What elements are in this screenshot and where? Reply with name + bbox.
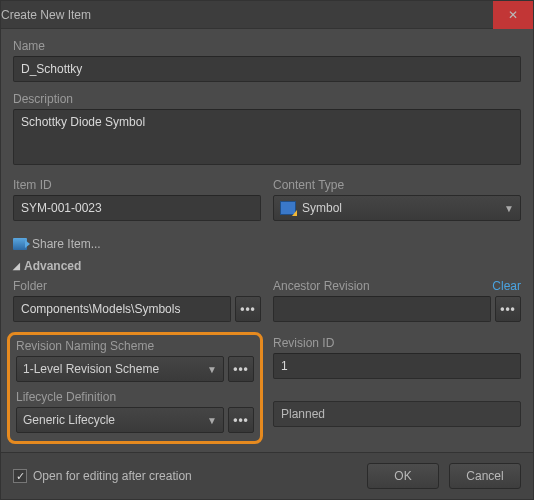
clear-link[interactable]: Clear <box>492 279 521 293</box>
revision-scheme-label: Revision Naming Scheme <box>16 339 254 353</box>
revision-scheme-options-button[interactable]: ••• <box>228 356 254 382</box>
name-input[interactable] <box>13 56 521 82</box>
advanced-toggle[interactable]: ◢ Advanced <box>13 259 521 273</box>
lifecycle-value: Generic Lifecycle <box>23 413 201 427</box>
ancestor-revision-label: Ancestor Revision <box>273 279 370 293</box>
item-id-label: Item ID <box>13 178 261 192</box>
checkbox-box: ✓ <box>13 469 27 483</box>
revision-id-label: Revision ID <box>273 336 521 350</box>
ok-button[interactable]: OK <box>367 463 439 489</box>
expand-icon: ◢ <box>13 261 20 271</box>
close-icon: ✕ <box>508 8 518 22</box>
content-type-dropdown[interactable]: Symbol ▼ <box>273 195 521 221</box>
folder-input[interactable] <box>13 296 231 322</box>
revision-id-input[interactable] <box>273 353 521 379</box>
dialog-footer: ✓ Open for editing after creation OK Can… <box>1 452 533 499</box>
ancestor-revision-input[interactable] <box>273 296 491 322</box>
dialog-content: Name Description Schottky Diode Symbol I… <box>1 29 533 452</box>
description-label: Description <box>13 92 521 106</box>
ancestor-browse-button[interactable]: ••• <box>495 296 521 322</box>
advanced-label: Advanced <box>24 259 81 273</box>
chevron-down-icon: ▼ <box>207 415 217 426</box>
lifecycle-label: Lifecycle Definition <box>16 390 254 404</box>
cancel-button[interactable]: Cancel <box>449 463 521 489</box>
content-type-label: Content Type <box>273 178 521 192</box>
share-item-label: Share Item... <box>32 237 101 251</box>
share-icon <box>13 238 27 250</box>
open-for-editing-label: Open for editing after creation <box>33 469 192 483</box>
dialog-title: Create New Item <box>1 8 91 22</box>
lifecycle-dropdown[interactable]: Generic Lifecycle ▼ <box>16 407 224 433</box>
create-new-item-dialog: Create New Item ✕ Name Description Schot… <box>0 0 534 500</box>
share-item-link[interactable]: Share Item... <box>13 237 101 251</box>
highlighted-section: Revision Naming Scheme 1-Level Revision … <box>7 332 263 444</box>
open-for-editing-checkbox[interactable]: ✓ Open for editing after creation <box>13 469 192 483</box>
item-id-input[interactable] <box>13 195 261 221</box>
lifecycle-options-button[interactable]: ••• <box>228 407 254 433</box>
revision-scheme-value: 1-Level Revision Scheme <box>23 362 201 376</box>
folder-browse-button[interactable]: ••• <box>235 296 261 322</box>
revision-scheme-dropdown[interactable]: 1-Level Revision Scheme ▼ <box>16 356 224 382</box>
content-type-value: Symbol <box>302 201 498 215</box>
lifecycle-status-value: Planned <box>281 407 325 421</box>
symbol-icon <box>280 201 296 215</box>
lifecycle-status: Planned <box>273 401 521 427</box>
chevron-down-icon: ▼ <box>207 364 217 375</box>
description-input[interactable]: Schottky Diode Symbol <box>13 109 521 165</box>
titlebar: Create New Item ✕ <box>1 1 533 29</box>
folder-label: Folder <box>13 279 261 293</box>
chevron-down-icon: ▼ <box>504 203 514 214</box>
name-label: Name <box>13 39 521 53</box>
close-button[interactable]: ✕ <box>493 1 533 29</box>
